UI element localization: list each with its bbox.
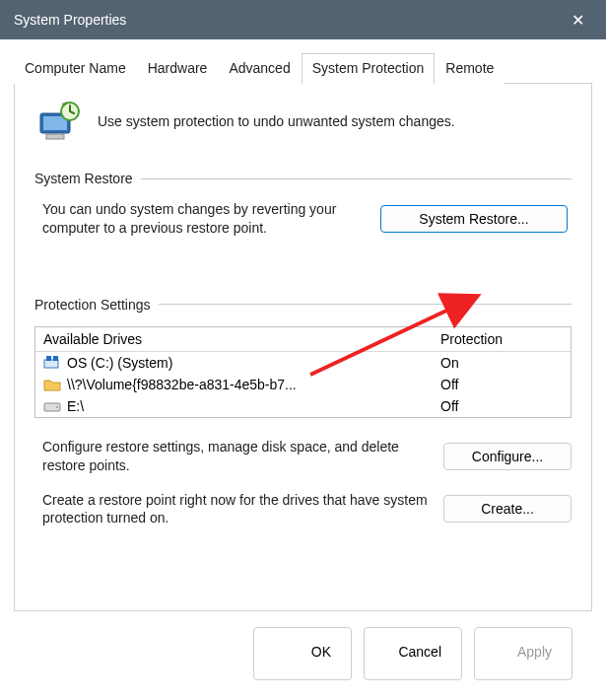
tab-hardware[interactable]: Hardware: [137, 53, 219, 84]
drive-name: E:\: [67, 398, 84, 414]
svg-rect-6: [46, 356, 51, 361]
create-button[interactable]: Create...: [443, 495, 572, 523]
tab-computer-name[interactable]: Computer Name: [14, 53, 137, 84]
drive-name: OS (C:) (System): [67, 355, 172, 371]
system-protection-panel: Use system protection to undo unwanted s…: [14, 84, 592, 611]
create-description: Create a restore point right now for the…: [42, 491, 430, 528]
create-row: Create a restore point right now for the…: [34, 491, 572, 528]
folder-icon: [43, 378, 61, 391]
svg-rect-5: [44, 360, 58, 368]
drives-header: Available Drives Protection: [35, 327, 571, 352]
drive-icon: [43, 399, 61, 413]
dialog-footer: OK Cancel Apply: [14, 611, 592, 700]
apply-button[interactable]: Apply: [474, 627, 572, 680]
restore-description: You can undo system changes by reverting…: [42, 200, 365, 238]
drive-status: On: [433, 352, 571, 374]
protection-settings-group-label: Protection Settings: [34, 297, 572, 313]
tab-system-protection[interactable]: System Protection: [302, 53, 436, 84]
titlebar: System Properties ✕: [0, 0, 606, 39]
divider: [159, 304, 572, 305]
table-row[interactable]: \\?\Volume{f98832be-a831-4e5b-b7... Off: [35, 374, 571, 395]
drives-table: Available Drives Protection OS (C:) (Sys…: [34, 326, 572, 418]
intro-row: Use system protection to undo unwanted s…: [34, 100, 572, 143]
system-restore-label: System Restore: [34, 171, 133, 186]
os-drive-icon: [43, 356, 61, 370]
divider: [141, 178, 572, 179]
cancel-button[interactable]: Cancel: [364, 627, 462, 680]
column-available-drives[interactable]: Available Drives: [35, 327, 433, 351]
table-row[interactable]: OS (C:) (System) On: [35, 352, 571, 374]
client-area: Computer Name Hardware Advanced System P…: [0, 39, 606, 700]
close-icon[interactable]: ✕: [564, 7, 592, 34]
window-title: System Properties: [14, 12, 126, 28]
configure-button[interactable]: Configure...: [443, 443, 572, 470]
restore-row: You can undo system changes by reverting…: [34, 200, 572, 238]
configure-description: Configure restore settings, manage disk …: [42, 438, 430, 475]
table-row[interactable]: E:\ Off: [35, 395, 571, 417]
svg-point-9: [56, 406, 58, 408]
tab-strip: Computer Name Hardware Advanced System P…: [14, 53, 592, 84]
configure-row: Configure restore settings, manage disk …: [34, 438, 572, 475]
ok-button[interactable]: OK: [253, 627, 352, 680]
svg-rect-7: [53, 356, 58, 361]
svg-rect-2: [46, 134, 64, 139]
drive-status: Off: [433, 395, 571, 417]
drive-name: \\?\Volume{f98832be-a831-4e5b-b7...: [67, 377, 297, 392]
tab-advanced[interactable]: Advanced: [218, 53, 301, 84]
system-restore-button[interactable]: System Restore...: [380, 205, 568, 233]
system-restore-group-label: System Restore: [34, 171, 572, 186]
tab-remote[interactable]: Remote: [435, 53, 505, 84]
drive-status: Off: [433, 374, 571, 395]
column-protection[interactable]: Protection: [433, 327, 571, 351]
protection-settings-label: Protection Settings: [34, 297, 151, 313]
intro-text: Use system protection to undo unwanted s…: [98, 113, 455, 129]
system-protection-icon: [34, 100, 82, 143]
